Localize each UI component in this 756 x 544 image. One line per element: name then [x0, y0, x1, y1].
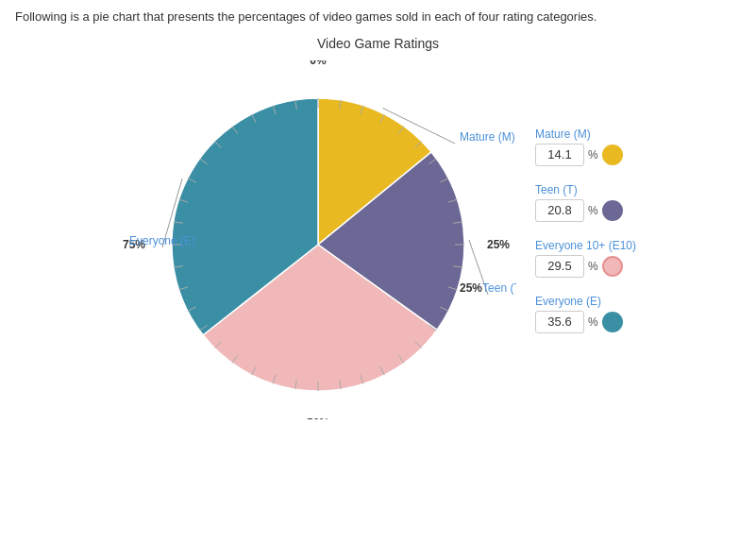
- legend-pct-label: %: [588, 260, 598, 273]
- legend-item: Teen (T)%: [535, 183, 636, 222]
- legend-pct-label: %: [588, 148, 598, 162]
- intro-text: Following is a pie chart that presents t…: [0, 0, 756, 30]
- legend-item-label: Everyone 10+ (E10): [535, 239, 636, 252]
- tick-label: 0%: [310, 60, 327, 67]
- callout-label-everyone: Everyone (E): [129, 234, 195, 247]
- legend-item-label: Mature (M): [535, 128, 636, 141]
- legend-value-input[interactable]: [535, 144, 584, 166]
- legend-color-swatch: [602, 256, 623, 277]
- legend-color-swatch: [602, 200, 623, 221]
- intro-content: Following is a pie chart that presents t…: [15, 9, 596, 24]
- tick-label: 50%: [307, 416, 329, 419]
- chart-title: Video Game Ratings: [0, 36, 756, 51]
- callout-label-mature: Mature (M): [460, 130, 515, 144]
- legend-value-input[interactable]: [535, 199, 584, 222]
- legend-value-input[interactable]: [535, 311, 584, 333]
- legend-item: Mature (M)%: [535, 128, 636, 166]
- legend-color-swatch: [602, 144, 623, 165]
- legend-pct-label: %: [588, 315, 598, 329]
- legend-item: Everyone (E)%: [535, 295, 636, 333]
- legend-panel: Mature (M)%Teen (T)%Everyone 10+ (E10)%E…: [535, 128, 636, 333]
- tick-label: 25%: [487, 238, 510, 251]
- legend-value-input[interactable]: [535, 255, 584, 278]
- legend-color-swatch: [602, 312, 623, 332]
- callout-label-teen: 25%Teen (T): [460, 281, 516, 295]
- legend-item: Everyone 10+ (E10)%: [535, 239, 636, 278]
- legend-pct-label: %: [588, 204, 598, 217]
- pie-chart-svg: 0%25%50%75%Mature (M)Everyone (E)25%Teen…: [120, 60, 516, 419]
- legend-item-label: Teen (T): [535, 183, 636, 196]
- pie-chart-wrapper: 0%25%50%75%Mature (M)Everyone (E)25%Teen…: [120, 60, 516, 419]
- legend-item-label: Everyone (E): [535, 295, 636, 308]
